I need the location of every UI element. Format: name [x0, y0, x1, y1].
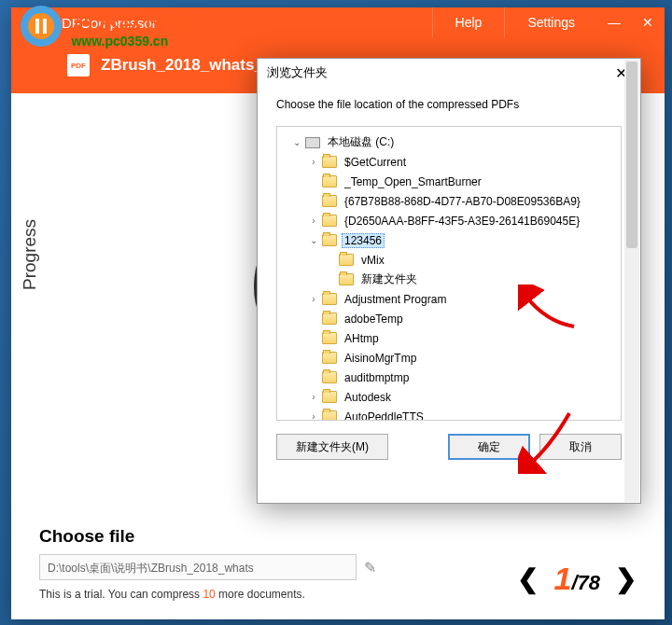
tree-item-label: AutoPeddleTTS: [342, 410, 427, 422]
dialog-cancel-button[interactable]: 取消: [539, 434, 622, 460]
tree-item[interactable]: 新建文件夹: [281, 270, 617, 289]
folder-icon: [322, 312, 337, 325]
tree-item-label: AisinoMgrTmp: [342, 351, 419, 366]
pager: ❮ 1/78 ❯: [517, 561, 637, 597]
tree-expand-icon[interactable]: ›: [307, 392, 320, 402]
file-path-input[interactable]: D:\tools\桌面\说明书\ZBrush_2018_whats: [39, 554, 357, 580]
tree-item[interactable]: ›Autodesk: [281, 387, 617, 407]
tree-item-label: 本地磁盘 (C:): [325, 133, 397, 151]
tree-item-label: adobeTemp: [342, 312, 406, 326]
pager-total: /78: [571, 571, 600, 594]
pager-current: 1: [553, 561, 571, 596]
settings-button[interactable]: Settings: [504, 7, 597, 37]
folder-icon: [339, 273, 354, 285]
tree-item-label: AHtmp: [342, 331, 382, 346]
titlebar: PDF PDFCompressor Help Settings — ✕: [11, 7, 665, 37]
folder-icon: [322, 410, 337, 421]
minimize-button[interactable]: —: [597, 7, 631, 37]
svg-text:PDF: PDF: [24, 20, 39, 28]
folder-icon: [322, 352, 337, 364]
drive-icon: [305, 137, 320, 148]
app-logo: PDF: [19, 9, 45, 35]
dialog-instruction: Choose the file location of the compress…: [258, 87, 640, 126]
tree-item[interactable]: AHtmp: [281, 328, 617, 348]
tree-expand-icon[interactable]: ⌄: [290, 137, 303, 147]
tree-item[interactable]: ⌄本地磁盘 (C:): [281, 132, 617, 152]
tree-expand-icon[interactable]: ⌄: [307, 235, 320, 245]
tree-item[interactable]: adobeTemp: [281, 309, 617, 328]
tree-item[interactable]: ›Adjustment Program: [281, 289, 617, 309]
tree-item-label: 123456: [342, 233, 385, 248]
tree-expand-icon[interactable]: ›: [307, 411, 320, 421]
pdf-icon: PDF: [67, 54, 90, 76]
close-button[interactable]: ✕: [631, 7, 665, 37]
pager-prev[interactable]: ❮: [517, 563, 539, 594]
tree-item-label: Adjustment Program: [342, 292, 449, 307]
help-button[interactable]: Help: [432, 7, 505, 37]
folder-icon: [322, 293, 337, 305]
folder-icon: [322, 175, 337, 188]
tree-item[interactable]: AisinoMgrTmp: [281, 348, 617, 368]
folder-icon: [322, 195, 337, 207]
tree-item-label: 新建文件夹: [358, 271, 420, 288]
tree-item-label: {67B78B88-868D-4D77-AB70-D08E09536BA9}: [342, 194, 583, 209]
tree-expand-icon[interactable]: ›: [307, 294, 320, 304]
tree-expand-icon[interactable]: ›: [307, 157, 320, 167]
tree-item-label: Autodesk: [342, 390, 394, 405]
folder-icon: [322, 156, 337, 168]
tree-item-label: {D2650AAA-B8FF-43F5-A3E9-26141B69045E}: [342, 214, 582, 229]
tree-item[interactable]: vMix: [281, 250, 617, 270]
pager-next[interactable]: ❯: [615, 563, 637, 594]
folder-icon: [322, 391, 337, 403]
app-title: PDFCompressor: [52, 15, 432, 31]
folder-icon: [322, 234, 337, 246]
folder-icon: [322, 371, 337, 383]
edit-icon[interactable]: ✎: [364, 559, 376, 576]
tree-item[interactable]: ⌄123456: [281, 230, 617, 250]
tree-item[interactable]: ›{D2650AAA-B8FF-43F5-A3E9-26141B69045E}: [281, 211, 617, 230]
choose-file-title: Choose file: [39, 526, 637, 547]
tree-item[interactable]: ›AutoPeddleTTS: [281, 407, 617, 421]
tree-item[interactable]: _Temp_Open_SmartBurner: [281, 172, 617, 191]
tree-item-label: vMix: [358, 253, 387, 268]
tree-item[interactable]: ›$GetCurrent: [281, 152, 617, 172]
tree-expand-icon[interactable]: ›: [307, 215, 320, 226]
new-folder-button[interactable]: 新建文件夹(M): [276, 434, 388, 460]
browse-folder-dialog: 浏览文件夹 ✕ Choose the file location of the …: [257, 58, 641, 504]
tree-item[interactable]: auditbmptmp: [281, 368, 617, 387]
progress-label: Progress: [20, 219, 40, 290]
dialog-title: 浏览文件夹: [267, 64, 328, 81]
tree-item-label: $GetCurrent: [342, 155, 409, 170]
folder-tree[interactable]: ⌄本地磁盘 (C:)›$GetCurrent_Temp_Open_SmartBu…: [276, 126, 622, 421]
tree-item-label: auditbmptmp: [342, 370, 412, 385]
tree-item-label: _Temp_Open_SmartBurner: [342, 174, 484, 189]
tree-item[interactable]: {67B78B88-868D-4D77-AB70-D08E09536BA9}: [281, 191, 617, 211]
ok-button[interactable]: 确定: [448, 434, 530, 460]
folder-icon: [322, 332, 337, 344]
folder-icon: [339, 254, 354, 266]
folder-icon: [322, 215, 337, 227]
